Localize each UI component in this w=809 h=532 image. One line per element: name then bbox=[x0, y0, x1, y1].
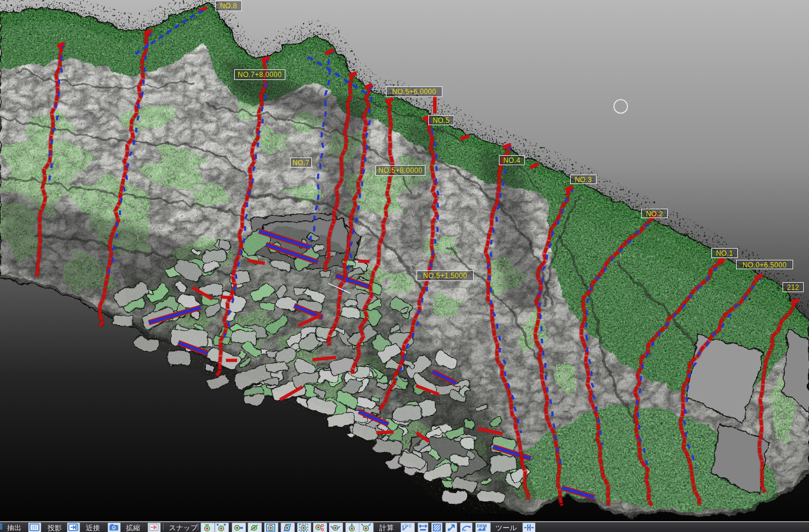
svg-text:Y: Y bbox=[404, 523, 407, 527]
svg-text:2: 2 bbox=[409, 524, 411, 528]
